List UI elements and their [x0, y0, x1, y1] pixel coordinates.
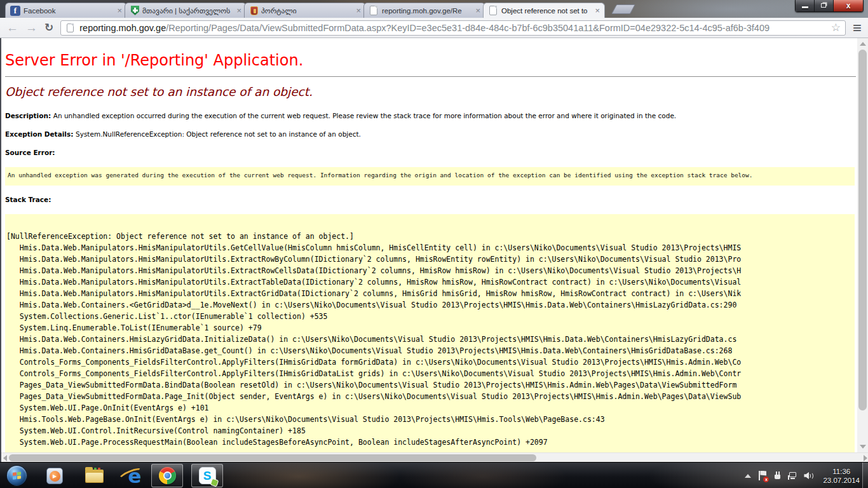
- description-text: An unhandled exception occurred during t…: [53, 112, 676, 119]
- stack-trace-pre: [NullReferenceException: Object referenc…: [6, 231, 855, 448]
- windows-flag-icon: [13, 471, 22, 480]
- facebook-icon: f: [10, 6, 20, 16]
- source-error-label: Source Error:: [5, 149, 856, 156]
- taskbar: ▶ e S x: [0, 462, 868, 488]
- forward-button[interactable]: →: [25, 22, 37, 34]
- error-page-content: Server Error in '/Reporting' Application…: [1, 38, 858, 457]
- page-icon: [67, 24, 74, 32]
- tray-expand-icon[interactable]: [745, 474, 751, 478]
- description-line: Description: An unhandled exception occu…: [5, 112, 856, 119]
- error-title: Server Error in '/Reporting' Application…: [5, 51, 856, 69]
- shield-icon: [131, 6, 139, 15]
- minimize-button[interactable]: [796, 0, 815, 11]
- close-icon[interactable]: ×: [354, 7, 361, 15]
- scroll-up-icon[interactable]: [860, 42, 866, 46]
- power-plug-icon[interactable]: [773, 471, 782, 480]
- close-window-button[interactable]: x: [834, 0, 863, 11]
- taskbar-item-skype[interactable]: S: [191, 464, 223, 487]
- tab-strip: f Facebook × მთავარი | საქართველოს × პორ…: [0, 0, 868, 18]
- tab-facebook[interactable]: f Facebook ×: [5, 3, 127, 18]
- clock-date: 23.07.2014: [823, 476, 860, 485]
- restore-button[interactable]: [815, 0, 834, 11]
- close-icon[interactable]: ×: [115, 7, 122, 15]
- screen: f Facebook × მთავარი | საქართველოს × პორ…: [0, 0, 868, 488]
- vertical-scroll-thumb[interactable]: [858, 50, 867, 410]
- page-icon: [489, 6, 497, 15]
- close-icon[interactable]: ×: [473, 7, 480, 15]
- tab-title: Facebook: [24, 7, 112, 15]
- bookmark-star-icon[interactable]: ☆: [831, 22, 841, 33]
- show-desktop-button[interactable]: [862, 463, 868, 488]
- chrome-icon: [159, 467, 176, 484]
- url-text: reporting.moh.gov.ge/Reporting/Pages/Dat…: [79, 23, 826, 33]
- tab-title: პორტალი: [261, 6, 351, 15]
- browser-toolbar: ← → ↻ reporting.moh.gov.ge/Reporting/Pag…: [0, 18, 868, 38]
- clock[interactable]: 11:36 23.07.2014: [820, 467, 860, 485]
- close-icon[interactable]: ×: [593, 7, 600, 15]
- scroll-left-icon[interactable]: [3, 455, 7, 461]
- folder-icon: [85, 470, 104, 483]
- tab-error-active[interactable]: Object reference not set to ×: [483, 3, 605, 18]
- new-tab-button[interactable]: [611, 4, 635, 14]
- system-tray: x 11:36 23.07.2014: [745, 463, 860, 488]
- skype-leaf-icon: [210, 478, 219, 487]
- restore-icon: [821, 3, 826, 8]
- error-subtitle: Object reference not set to an instance …: [5, 85, 856, 98]
- scroll-right-icon[interactable]: [864, 455, 867, 461]
- vertical-scrollbar[interactable]: [857, 38, 868, 452]
- stack-trace-box: [NullReferenceException: Object referenc…: [5, 214, 855, 457]
- exception-label: Exception Details:: [5, 130, 76, 138]
- tab-title: Object reference not set to: [501, 7, 590, 15]
- url-path: /Reporting/Pages/Data/ViewSubmittedFormD…: [166, 23, 770, 33]
- page-icon: [370, 6, 377, 15]
- start-button[interactable]: [6, 465, 27, 486]
- description-label: Description:: [5, 112, 53, 119]
- page-viewport: Server Error in '/Reporting' Application…: [0, 38, 868, 462]
- address-bar[interactable]: reporting.moh.gov.ge/Reporting/Pages/Dat…: [60, 20, 846, 36]
- tab-portali[interactable]: პორტალი ×: [244, 3, 366, 18]
- taskbar-item-ie[interactable]: e: [122, 466, 147, 486]
- divider: [5, 76, 856, 77]
- tab-title: მთავარი | საქართველოს: [142, 6, 231, 15]
- action-center-flag-icon[interactable]: x: [759, 471, 767, 481]
- close-window-icon: x: [834, 1, 863, 10]
- scroll-down-icon[interactable]: [860, 445, 866, 449]
- reload-button[interactable]: ↻: [44, 22, 53, 34]
- horizontal-scrollbar[interactable]: [1, 452, 868, 462]
- horizontal-scroll-thumb[interactable]: [9, 454, 536, 461]
- skype-icon: S: [199, 467, 216, 484]
- clock-time: 11:36: [823, 467, 860, 476]
- source-error-box: An unhandled exception was generated dur…: [5, 167, 855, 186]
- close-icon[interactable]: ×: [234, 7, 241, 15]
- tab-mtavari[interactable]: მთავარი | საქართველოს ×: [125, 3, 247, 18]
- minimize-icon: [802, 6, 808, 8]
- media-player-icon: ▶: [46, 468, 63, 484]
- taskbar-item-explorer[interactable]: [81, 466, 107, 486]
- stack-trace-label: Stack Trace:: [5, 196, 856, 203]
- tab-reporting[interactable]: reporting.moh.gov.ge/Re ×: [363, 3, 485, 18]
- taskbar-item-chrome[interactable]: [151, 464, 183, 487]
- chrome-menu-icon[interactable]: ≡: [853, 21, 862, 35]
- window-controls: x: [795, 0, 864, 12]
- taskbar-item-wmp[interactable]: ▶: [42, 466, 67, 486]
- tab-title: reporting.moh.gov.ge/Re: [382, 7, 470, 15]
- back-button[interactable]: ←: [6, 22, 18, 34]
- volume-icon[interactable]: [804, 471, 814, 480]
- network-icon[interactable]: [788, 471, 797, 480]
- exception-line: Exception Details: System.NullReferenceE…: [5, 130, 856, 138]
- emblem-icon: [250, 6, 258, 15]
- exception-text: System.NullReferenceException: Object re…: [76, 130, 361, 138]
- url-host: reporting.moh.gov.ge: [79, 23, 166, 33]
